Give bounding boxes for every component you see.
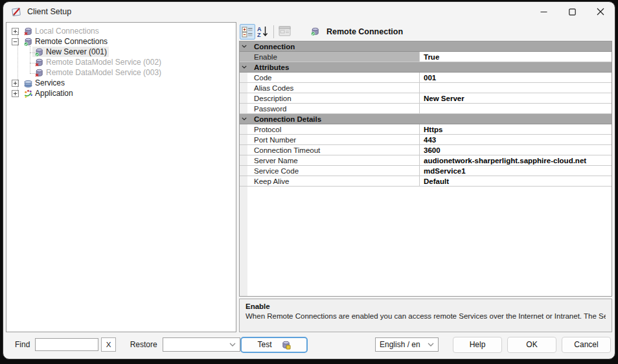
property-row-connection-timeout[interactable]: Connection Timeout3600 [240, 145, 612, 155]
property-label[interactable]: Connection Timeout [247, 145, 420, 155]
tree-item-content: Remote Connections [21, 36, 109, 47]
help-button[interactable]: Help [453, 337, 502, 353]
category-title: Connection [248, 43, 295, 51]
collapse-icon[interactable] [12, 38, 19, 45]
category-header-connection[interactable]: Connection [240, 41, 612, 52]
property-label[interactable]: Password [247, 104, 420, 113]
ok-button[interactable]: OK [507, 337, 556, 353]
tree-item-label: Services [35, 78, 65, 87]
row-gutter [240, 104, 247, 113]
property-label[interactable]: Service Code [247, 166, 420, 176]
row-gutter [240, 135, 247, 144]
category-header-connection-details[interactable]: Connection Details [240, 114, 612, 124]
tree-item-services[interactable]: Services [6, 78, 236, 88]
tree-item-label: Local Connections [35, 27, 99, 36]
property-row-service-code[interactable]: Service CodemdService1 [240, 166, 612, 176]
property-row-keep-alive[interactable]: Keep AliveDefault [240, 176, 612, 187]
property-grid: ConnectionEnableTrueAttributesCode001Ali… [239, 41, 612, 297]
property-value[interactable]: 001 [420, 73, 612, 82]
property-row-description[interactable]: DescriptionNew Server [240, 93, 612, 104]
maximize-icon [569, 8, 576, 16]
property-row-port-number[interactable]: Port Number443 [240, 135, 612, 145]
cancel-button[interactable]: Cancel [562, 337, 611, 353]
property-label[interactable]: Server Name [247, 155, 420, 165]
language-value: English / en [380, 340, 420, 349]
clear-find-button[interactable]: X [101, 337, 115, 352]
collapse-chevron-icon[interactable] [240, 117, 248, 120]
category-header-attributes[interactable]: Attributes [240, 62, 612, 73]
tree-item-label: Remote DataModel Service (003) [46, 68, 161, 77]
expand-icon[interactable] [12, 28, 19, 35]
property-label[interactable]: Protocol [247, 124, 420, 134]
tree-item-remote-datamodel-service-002[interactable]: Remote DataModel Service (002) [6, 57, 236, 67]
property-value[interactable]: Https [420, 124, 612, 134]
close-button[interactable] [586, 2, 615, 21]
tree-item-application[interactable]: Application [6, 88, 236, 98]
property-value[interactable]: True [420, 52, 612, 62]
app-burst-icon [23, 89, 33, 98]
property-value[interactable]: audionetwork-sharperlight.sapphire-cloud… [420, 155, 612, 165]
maximize-button[interactable] [558, 2, 586, 21]
connection-tree: Local ConnectionsRemote ConnectionsNew S… [6, 22, 236, 332]
find-input[interactable] [35, 338, 98, 351]
db-stack-icon [23, 78, 33, 88]
property-value[interactable]: 3600 [420, 145, 612, 155]
property-value[interactable]: New Server [420, 93, 612, 103]
property-value[interactable] [420, 104, 612, 113]
tree-item-content: Local Connections [21, 26, 101, 36]
footer-left: Find X Restore [7, 337, 240, 352]
property-label[interactable]: Keep Alive [247, 176, 420, 186]
right-panel: A Z Remote Connection [239, 22, 612, 332]
row-gutter [240, 155, 247, 165]
tree-item-content: Services [21, 78, 67, 88]
expand-icon[interactable] [12, 90, 19, 97]
app-icon [11, 6, 22, 17]
alphabetical-sort-icon: A Z [257, 25, 269, 38]
property-row-code[interactable]: Code001 [240, 73, 612, 83]
row-gutter [240, 145, 247, 155]
property-value[interactable]: 443 [420, 135, 612, 144]
property-label[interactable]: Alias Codes [247, 83, 420, 93]
collapse-chevron-icon[interactable] [240, 45, 248, 48]
restore-dropdown[interactable] [163, 337, 240, 352]
minimize-icon [540, 8, 547, 16]
property-value[interactable]: mdService1 [420, 166, 612, 176]
toolbar-separator [273, 25, 274, 38]
property-row-protocol[interactable]: ProtocolHttps [240, 124, 612, 135]
test-button[interactable]: Test [240, 337, 308, 353]
row-gutter [240, 83, 247, 93]
tree-item-local-connections[interactable]: Local Connections [6, 26, 236, 36]
tree-item-label: Application [35, 89, 73, 98]
property-row-password[interactable]: Password [240, 104, 612, 114]
categorized-button[interactable] [240, 24, 255, 40]
tree-item-content: Remote DataModel Service (003) [32, 67, 163, 78]
property-value[interactable]: Default [420, 176, 612, 186]
alphabetical-sort-button[interactable]: A Z [255, 24, 271, 40]
tree-item-remote-connections[interactable]: Remote Connections [6, 36, 236, 47]
collapse-chevron-icon[interactable] [240, 65, 248, 69]
property-value[interactable] [420, 83, 612, 93]
chevron-down-icon [428, 343, 434, 347]
row-gutter [240, 124, 247, 134]
description-title: Enable [246, 302, 606, 312]
property-label[interactable]: Enable [247, 52, 420, 62]
property-label[interactable]: Port Number [247, 135, 420, 144]
tree-item-remote-datamodel-service-003[interactable]: Remote DataModel Service (003) [6, 67, 236, 78]
close-icon [597, 8, 604, 16]
selected-object-title: Remote Connection [326, 27, 403, 36]
window-title: Client Setup [27, 7, 71, 16]
property-row-server-name[interactable]: Server Nameaudionetwork-sharperlight.sap… [240, 155, 612, 166]
restore-label: Restore [130, 340, 157, 349]
language-dropdown[interactable]: English / en [375, 337, 439, 352]
property-label[interactable]: Code [247, 73, 420, 82]
property-pages-button[interactable] [277, 24, 292, 40]
db-error-icon [34, 58, 44, 67]
minimize-button[interactable] [529, 2, 558, 21]
property-pages-icon [279, 26, 291, 37]
property-row-alias-codes[interactable]: Alias Codes [240, 83, 612, 93]
property-row-enable[interactable]: EnableTrue [240, 52, 612, 62]
expand-icon[interactable] [12, 80, 19, 87]
property-label[interactable]: Description [247, 93, 420, 103]
tree-item-new-server-001[interactable]: New Server (001) [6, 47, 236, 57]
titlebar: Client Setup [3, 2, 615, 21]
